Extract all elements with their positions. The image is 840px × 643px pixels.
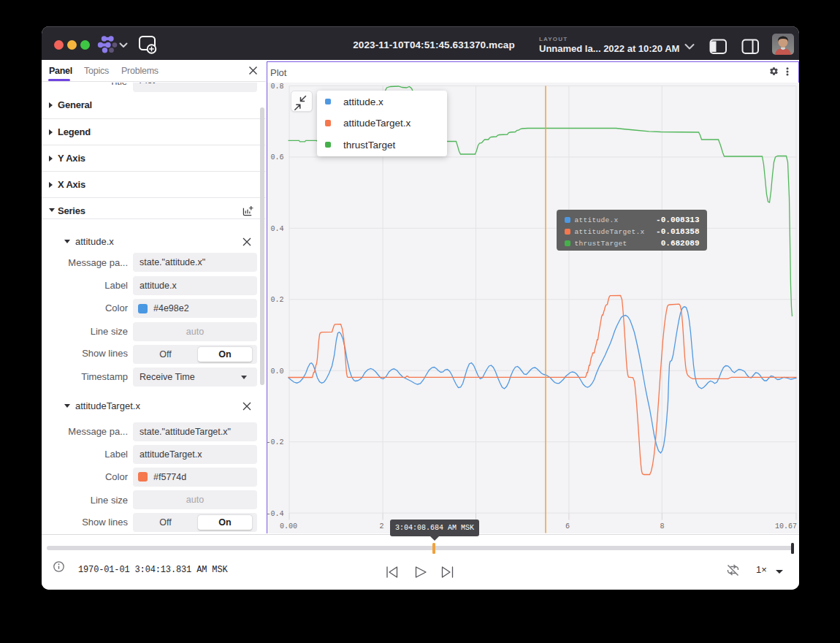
svg-text:8: 8 [660,522,664,530]
svg-text:0.6: 0.6 [270,153,283,161]
svg-text:-0.2: -0.2 [267,438,284,446]
svg-text:0.4: 0.4 [270,225,283,233]
svg-text:2: 2 [379,522,383,530]
svg-text:10.67: 10.67 [774,522,796,530]
svg-text:6: 6 [565,522,569,530]
svg-text:0.00: 0.00 [279,522,297,530]
svg-text:0.0: 0.0 [270,368,283,376]
svg-text:-0.4: -0.4 [267,510,284,518]
svg-text:0.8: 0.8 [270,83,283,91]
svg-text:0.2: 0.2 [270,296,283,304]
